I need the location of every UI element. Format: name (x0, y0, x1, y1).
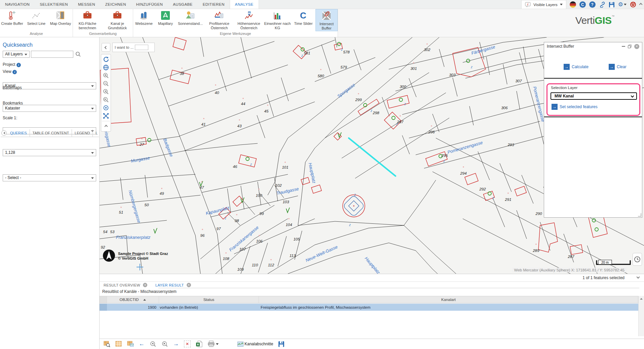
ribbon-tab-editieren[interactable]: EDITIEREN (198, 0, 230, 9)
zoom-previous-button[interactable] (150, 341, 156, 347)
hoehenservice-button[interactable]: m Höhenservice Österreich (234, 9, 264, 31)
tab-result-overview[interactable]: RESULT OVERVIEW (104, 283, 140, 287)
save-icon[interactable] (609, 2, 615, 8)
time-slider-button[interactable]: C Time Slider (291, 9, 315, 31)
set-selected-features-button[interactable]: → Set selected features (552, 104, 598, 110)
select-line-button[interactable]: Select Line (24, 9, 48, 31)
einwohner-button[interactable]: Einwohner nach KG (264, 9, 291, 31)
help-icon[interactable]: ? (589, 1, 596, 8)
collapse-toolbar-icon[interactable] (102, 122, 110, 130)
clear-button[interactable]: → Clear (609, 64, 627, 70)
close-tab-icon[interactable]: ✕ (187, 283, 191, 287)
ribbon-tab-zeichnen[interactable]: ZEICHNEN (100, 0, 131, 9)
sonnenstand-button[interactable]: Sonnenstand... (176, 9, 204, 31)
zoom-next-button[interactable] (161, 341, 168, 347)
previous-extent-icon[interactable] (102, 88, 110, 96)
panel-title-bar[interactable]: Intersect Buffer ✕ (544, 42, 642, 50)
intersect-buffer-button[interactable]: Intersect Buffer (315, 9, 338, 31)
tab-queries[interactable]: QUERIES (7, 129, 30, 137)
settings-menu[interactable]: ⚙ (618, 1, 627, 8)
show-table-button[interactable] (115, 341, 122, 347)
full-extent-icon[interactable] (102, 112, 110, 120)
share-link-icon[interactable] (599, 1, 605, 8)
profilservice-button[interactable]: Profilservice Österreich (204, 9, 234, 31)
ribbon-tab-analyse[interactable]: ANALYSE (230, 0, 259, 9)
export-excel-button[interactable] (196, 341, 202, 347)
brand-c-icon[interactable]: C (579, 1, 586, 8)
tabs-scroll-left-button[interactable] (1, 130, 7, 136)
result-row[interactable]: 1900 vorhanden (in Betrieb) Freispiegela… (100, 304, 638, 311)
tab-table-of-content[interactable]: TABLE OF CONTENT (30, 129, 72, 137)
quicksearch-input[interactable] (31, 51, 73, 58)
next-extent-icon[interactable] (102, 96, 110, 104)
collapse-results-icon[interactable] (637, 275, 640, 279)
locate-icon[interactable] (102, 104, 110, 112)
results-scrollbar[interactable] (638, 296, 644, 336)
save-results-button[interactable] (278, 341, 285, 347)
info-icon[interactable]: i (16, 63, 21, 67)
zoom-in-icon[interactable] (102, 72, 110, 80)
search-icon[interactable] (75, 51, 81, 57)
globe-icon[interactable] (102, 63, 110, 72)
visible-layers-label: Visible Layers (533, 3, 557, 7)
north-arrow-icon[interactable] (103, 249, 115, 262)
rotate-icon[interactable] (102, 55, 110, 63)
tab-layer-result[interactable]: LAYER RESULT (155, 283, 184, 287)
visible-layers-dropdown[interactable]: i Visible Layers (521, 0, 566, 9)
next-record-button[interactable]: → (173, 341, 179, 347)
calculate-button[interactable]: → Calculate (564, 64, 589, 70)
results-table-header: OBJECTID Status Kanalart (100, 296, 638, 303)
tab-truncated[interactable]: L (93, 129, 99, 137)
close-icon[interactable]: ✕ (634, 44, 639, 49)
scale-select[interactable]: 1,128 (3, 149, 96, 156)
all-layers-select[interactable]: All Layers (3, 51, 30, 58)
info-icon[interactable]: i (12, 70, 17, 74)
ribbon-tab-ausgabe[interactable]: AUSGABE (168, 0, 197, 9)
column-header-status[interactable]: Status (159, 296, 259, 303)
parcel-number: 50 (145, 203, 149, 207)
tab-legend[interactable]: LEGEND (72, 129, 93, 137)
street-label: Franziskanerplatz (116, 235, 151, 240)
kanal-je-grundstueck-button[interactable]: Kanal je Grundstück (102, 9, 133, 31)
i-want-to-widget[interactable]: I want to ... (112, 43, 155, 52)
parcel-number: 289 (532, 249, 539, 253)
fountain-feature (343, 195, 365, 217)
i-want-to-input[interactable] (135, 45, 148, 50)
parcel-number: 92 (101, 245, 105, 249)
ribbon-tab-messen[interactable]: MESSEN (73, 0, 100, 9)
kanalabschnitte-button[interactable]: Kanalabschnitte (237, 342, 273, 347)
restore-icon[interactable] (628, 45, 632, 48)
history-clock-button[interactable] (633, 253, 642, 266)
create-buffer-button[interactable]: Create Buffer (0, 9, 24, 31)
column-header-objectid[interactable]: OBJECTID (107, 296, 159, 303)
ribbon-tab-navigation[interactable]: NAVIGATION (0, 0, 35, 9)
collapse-sidebar-button[interactable] (102, 43, 110, 52)
search-in-table-button[interactable] (104, 341, 110, 347)
language-flag-icon[interactable] (570, 1, 576, 8)
close-tab-icon[interactable]: ✕ (143, 283, 147, 287)
table-layout-button[interactable] (127, 341, 134, 347)
previous-record-button[interactable]: ← (139, 341, 145, 347)
query-select[interactable]: - Select - (3, 174, 96, 181)
logout-power-icon[interactable] (630, 1, 636, 8)
ribbon-tab-selektieren[interactable]: SELEKTIEREN (35, 0, 73, 9)
collapse-ribbon-icon[interactable] (639, 3, 643, 6)
zoom-out-icon[interactable] (102, 80, 110, 88)
webszene-button[interactable]: Webszene (133, 9, 155, 31)
map-overlay-button[interactable]: Map Overlay (48, 9, 73, 31)
print-button[interactable] (207, 341, 219, 347)
i-want-to-label: I want to ... (115, 45, 134, 49)
selection-layer-select[interactable]: MW Kanal (551, 92, 637, 100)
panel-resize-grip[interactable] (638, 213, 641, 217)
basemaps-select[interactable]: Kataster (3, 105, 96, 112)
row-selector-cell[interactable] (100, 304, 107, 311)
minimize-icon[interactable] (622, 46, 625, 47)
mapillary-button[interactable]: Mapillary (155, 9, 176, 31)
clear-selection-button[interactable]: ✕ (184, 341, 191, 347)
svg-text:z: z (492, 196, 494, 200)
ribbon-tab-hinzufügen[interactable]: HINZUFÜGEN (131, 0, 168, 9)
column-header-kanalart[interactable]: Kanalart (259, 296, 638, 303)
scroll-up-icon[interactable] (640, 298, 643, 300)
parcel-number: 53 (110, 230, 115, 234)
kg-flaeche-button[interactable]: KG-Fläche berechnen (73, 9, 102, 31)
